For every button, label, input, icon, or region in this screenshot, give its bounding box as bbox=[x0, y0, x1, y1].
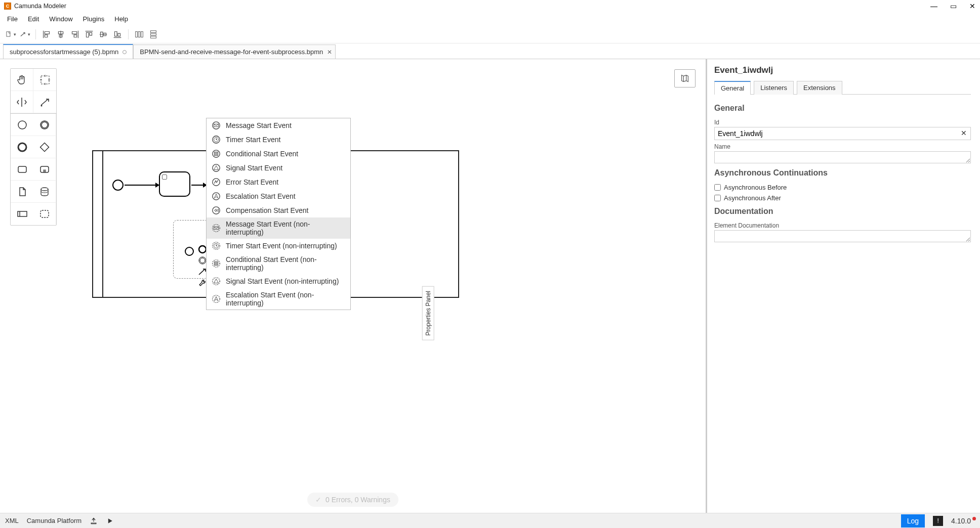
event-menu-item-escalation-start-ni[interactable]: Escalation Start Event (non-interrupting… bbox=[207, 288, 350, 310]
event-menu-item-message-start[interactable]: Message Start Event bbox=[207, 118, 350, 133]
main-area: Message Start Event Timer Start Event Co… bbox=[0, 59, 980, 513]
new-file-button[interactable] bbox=[5, 29, 16, 40]
event-menu-item-conditional-start-ni[interactable]: Conditional Start Event (non-interruptin… bbox=[207, 253, 350, 274]
error-event-icon bbox=[212, 178, 221, 187]
sequence-flow[interactable] bbox=[125, 185, 159, 186]
section-general-title: General bbox=[714, 104, 971, 113]
toolbar-separator bbox=[35, 29, 36, 39]
window-close-button[interactable]: ✕ bbox=[969, 3, 976, 10]
file-tab[interactable]: BPMN-send-and-receive-message-for-event-… bbox=[133, 45, 336, 59]
lint-status[interactable]: 0 Errors, 0 Warnings bbox=[307, 493, 398, 507]
align-left-icon[interactable] bbox=[41, 29, 52, 40]
distribute-v-icon[interactable] bbox=[148, 29, 159, 40]
palette-data-store[interactable] bbox=[33, 181, 56, 203]
async-after-row[interactable]: Asynchronous After bbox=[714, 194, 971, 202]
svg-rect-2 bbox=[138, 31, 140, 37]
menu-edit[interactable]: Edit bbox=[24, 14, 43, 24]
distribute-h-icon[interactable] bbox=[134, 29, 145, 40]
palette-hand-tool[interactable] bbox=[11, 69, 33, 91]
conditional-event-ni-icon bbox=[212, 259, 221, 268]
event-menu-item-conditional-start[interactable]: Conditional Start Event bbox=[207, 147, 350, 161]
async-after-checkbox[interactable] bbox=[714, 195, 721, 201]
element-palette bbox=[10, 68, 57, 226]
align-top-icon[interactable] bbox=[84, 29, 95, 40]
event-menu-item-compensation-start[interactable]: Compensation Start Event bbox=[207, 203, 350, 217]
id-input[interactable] bbox=[714, 127, 971, 140]
name-input[interactable] bbox=[714, 151, 971, 163]
event-menu-item-signal-start-ni[interactable]: Signal Start Event (non-interrupting) bbox=[207, 274, 350, 288]
properties-tab-extensions[interactable]: Extensions bbox=[797, 81, 842, 95]
event-menu-item-error-start[interactable]: Error Start Event bbox=[207, 175, 350, 189]
event-menu-label: Escalation Start Event bbox=[226, 192, 296, 200]
window-maximize-button[interactable]: ▭ bbox=[950, 3, 957, 10]
svg-rect-5 bbox=[151, 33, 156, 35]
file-tab[interactable]: subprocessforstartmessage (5).bpmn bbox=[3, 44, 133, 59]
clear-id-button[interactable]: ✕ bbox=[961, 129, 967, 137]
version-label[interactable]: 4.10.0 bbox=[951, 517, 975, 525]
menu-help[interactable]: Help bbox=[110, 14, 132, 24]
canvas-area[interactable]: Message Start Event Timer Start Event Co… bbox=[0, 59, 706, 513]
event-menu-item-signal-start[interactable]: Signal Start Event bbox=[207, 161, 350, 175]
window-minimize-button[interactable]: — bbox=[930, 3, 937, 10]
properties-panel: Event_1iwdwlj General Listeners Extensio… bbox=[706, 59, 978, 513]
tab-close-icon[interactable]: ✕ bbox=[327, 49, 332, 56]
lint-status-text: 0 Errors, 0 Warnings bbox=[325, 496, 390, 504]
palette-subprocess[interactable] bbox=[33, 158, 56, 181]
svg-rect-7 bbox=[41, 76, 49, 84]
menu-plugins[interactable]: Plugins bbox=[79, 14, 109, 24]
palette-group[interactable] bbox=[33, 203, 56, 225]
event-menu-item-timer-start[interactable]: Timer Start Event bbox=[207, 133, 350, 147]
event-menu-item-message-start-ni[interactable]: Message Start Event (non-interrupting) bbox=[207, 217, 350, 239]
svg-rect-1 bbox=[136, 31, 138, 37]
palette-data-object[interactable] bbox=[11, 181, 33, 203]
elem-doc-label: Element Documentation bbox=[714, 222, 971, 229]
align-bottom-icon[interactable] bbox=[112, 29, 123, 40]
svg-point-23 bbox=[213, 122, 220, 129]
async-after-label: Asynchronous After bbox=[724, 194, 781, 202]
align-right-icon[interactable] bbox=[69, 29, 80, 40]
align-center-h-icon[interactable] bbox=[55, 29, 66, 40]
section-doc-title: Documentation bbox=[714, 207, 971, 216]
async-before-checkbox[interactable] bbox=[714, 184, 721, 191]
palette-space-tool[interactable] bbox=[11, 91, 33, 113]
svg-rect-14 bbox=[18, 166, 26, 172]
diagram-start-event[interactable] bbox=[112, 180, 124, 191]
svg-rect-18 bbox=[18, 211, 27, 216]
svg-point-12 bbox=[18, 143, 26, 151]
run-icon[interactable] bbox=[106, 517, 114, 525]
warning-icon[interactable]: ! bbox=[933, 516, 943, 526]
menu-file[interactable]: File bbox=[3, 14, 22, 24]
palette-lasso-tool[interactable] bbox=[33, 69, 56, 91]
palette-intermediate-event[interactable] bbox=[33, 114, 56, 136]
tool-deploy-button[interactable] bbox=[19, 29, 30, 40]
align-center-v-icon[interactable] bbox=[98, 29, 109, 40]
palette-participant[interactable] bbox=[11, 203, 33, 225]
message-event-ni-icon bbox=[212, 224, 221, 233]
event-menu-item-timer-start-ni[interactable]: Timer Start Event (non-interrupting) bbox=[207, 239, 350, 253]
properties-panel-toggle[interactable]: Properties Panel bbox=[422, 286, 434, 340]
async-before-row[interactable]: Asynchronous Before bbox=[714, 184, 971, 191]
palette-global-connect[interactable] bbox=[33, 91, 56, 113]
event-menu-label: Timer Start Event (non-interrupting) bbox=[226, 242, 337, 250]
xml-toggle[interactable]: XML bbox=[5, 517, 19, 524]
palette-start-event[interactable] bbox=[11, 114, 33, 136]
log-button[interactable]: Log bbox=[901, 514, 925, 527]
diagram-task[interactable] bbox=[159, 171, 190, 197]
properties-tab-general[interactable]: General bbox=[714, 81, 751, 95]
deploy-icon[interactable] bbox=[90, 517, 98, 525]
svg-rect-15 bbox=[40, 166, 49, 172]
svg-rect-4 bbox=[151, 30, 156, 32]
palette-gateway[interactable] bbox=[33, 136, 56, 158]
platform-label[interactable]: Camunda Platform bbox=[27, 517, 81, 524]
properties-tab-listeners[interactable]: Listeners bbox=[754, 81, 794, 95]
diagram-subprocess-start-event[interactable] bbox=[185, 247, 194, 256]
palette-task[interactable] bbox=[11, 158, 33, 181]
event-menu-item-escalation-start[interactable]: Escalation Start Event bbox=[207, 189, 350, 203]
minimap-toggle[interactable] bbox=[674, 69, 696, 87]
elem-doc-input[interactable] bbox=[714, 230, 971, 242]
palette-end-event[interactable] bbox=[11, 136, 33, 158]
sequence-flow[interactable] bbox=[191, 185, 207, 186]
element-heading: Event_1iwdwlj bbox=[714, 65, 971, 75]
title-bar: C Camunda Modeler — ▭ ✕ bbox=[0, 0, 980, 12]
menu-window[interactable]: Window bbox=[45, 14, 76, 24]
